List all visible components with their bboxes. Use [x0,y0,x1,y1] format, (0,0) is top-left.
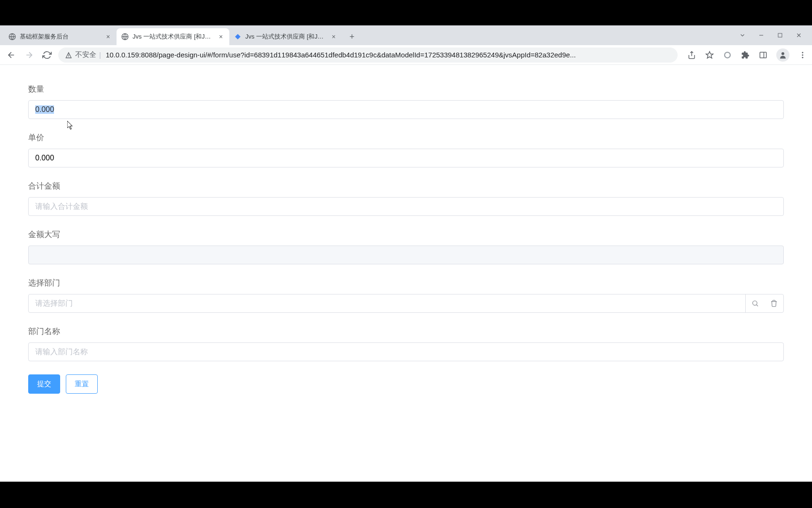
globe-icon [8,33,16,40]
close-icon[interactable]: × [104,33,112,40]
svg-point-9 [753,301,757,305]
tab-bar: 基础框架服务后台 × Jvs 一站式技术供应商 [和JVS— × Jvs 一站式… [0,25,812,45]
total-amount-input[interactable] [28,197,784,216]
extensions-icon[interactable] [741,50,750,60]
amount-caps-input [28,246,784,264]
reset-button[interactable]: 重置 [66,374,98,394]
form-page: 数量 0.000 单价 0.000 合计金额 金额大写 选择部门 请选择部门 [0,65,812,413]
svg-point-3 [725,52,730,58]
share-icon[interactable] [687,50,696,60]
select-dept-label: 选择部门 [28,278,784,288]
minimize-icon[interactable] [757,32,765,39]
diamond-icon [234,33,242,40]
svg-rect-4 [760,52,766,58]
tab-title: Jvs 一站式技术供应商 [和JVS— [133,32,213,41]
svg-rect-2 [778,33,782,37]
globe-icon [121,33,129,40]
close-icon[interactable]: × [330,33,337,40]
circle-icon[interactable] [723,50,732,60]
select-dept-placeholder: 请选择部门 [29,299,745,309]
unit-price-label: 单价 [28,132,784,143]
star-icon[interactable] [705,50,714,60]
svg-point-8 [802,56,804,58]
unit-price-value: 0.000 [35,154,54,162]
url-bar[interactable]: 不安全 | 10.0.0.159:8088/page-design-ui/#/f… [58,48,678,63]
tab-title: 基础框架服务后台 [20,32,101,41]
quantity-input[interactable]: 0.000 [28,100,784,119]
forward-button[interactable] [23,48,36,62]
tab-title: Jvs 一站式技术供应商 [和JVS— [245,32,326,41]
dept-name-input[interactable] [28,342,784,361]
tab-item-active[interactable]: Jvs 一站式技术供应商 [和JVS— × [117,28,229,45]
search-icon[interactable] [746,294,765,312]
quantity-value-selected: 0.000 [35,105,54,114]
back-button[interactable] [5,48,18,62]
total-amount-label: 合计金额 [28,181,784,191]
chevron-down-icon[interactable] [739,32,746,39]
security-label: 不安全 [75,50,96,59]
amount-caps-label: 金额大写 [28,229,784,240]
tab-item[interactable]: Jvs 一站式技术供应商 [和JVS— × [229,28,342,45]
tab-item[interactable]: 基础框架服务后台 × [4,28,117,45]
svg-point-5 [781,52,784,55]
unit-price-input[interactable]: 0.000 [28,149,784,167]
svg-point-6 [802,52,804,53]
select-dept-input[interactable]: 请选择部门 [28,294,784,313]
close-window-icon[interactable] [795,32,803,39]
maximize-icon[interactable] [776,32,784,39]
url-text: 10.0.0.159:8088/page-design-ui/#/form/us… [106,51,671,59]
new-tab-button[interactable]: + [345,30,359,44]
profile-icon[interactable] [776,48,789,62]
submit-button[interactable]: 提交 [28,374,60,394]
quantity-label: 数量 [28,84,784,95]
address-bar: 不安全 | 10.0.0.159:8088/page-design-ui/#/f… [0,45,812,65]
dept-name-label: 部门名称 [28,326,784,337]
menu-icon[interactable] [798,50,807,60]
close-icon[interactable]: × [217,33,225,40]
reload-button[interactable] [40,48,54,62]
svg-point-7 [802,54,804,56]
sidepanel-icon[interactable] [758,50,768,60]
security-indicator[interactable]: 不安全 | [65,50,101,59]
delete-icon[interactable] [765,294,783,312]
